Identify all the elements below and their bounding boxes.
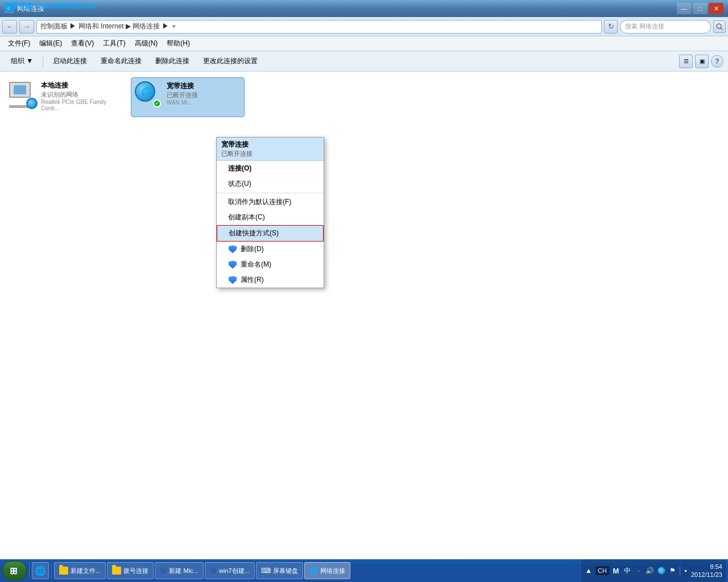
tray-dot[interactable]: · [634, 566, 643, 575]
svg-line-1 [721, 28, 722, 30]
window-icon [5, 4, 14, 13]
title-bar: 网络连接 — □ ✕ [0, 0, 728, 17]
menu-advanced[interactable]: 高级(N) [130, 37, 163, 50]
taskbar-sep-1 [29, 563, 30, 579]
context-menu-create-copy[interactable]: 创建副本(C) [217, 210, 324, 225]
address-box[interactable]: 控制面板 ▶ 网络和 Internet ▶ 网络连接 ▶ ▼ [36, 20, 602, 34]
broadband-connection-info: 宽带连接 已断开连接 WAN Mi... [167, 81, 241, 106]
folder-icon-2 [112, 567, 121, 575]
tray-ime-zh[interactable]: 中 [623, 566, 632, 575]
properties-label: 属性(R) [241, 275, 264, 285]
taskbar-label-network: 网络连接 [320, 567, 345, 575]
local-connection-status: 未识别的网络 [41, 90, 116, 99]
connect-label: 连接(O) [228, 164, 251, 173]
maximize-button[interactable]: □ [693, 3, 708, 14]
taskbar-label-dialup: 拨号连接 [123, 567, 148, 575]
broadband-connection-icon: 🌐 ✓ [135, 81, 162, 109]
delete-button[interactable]: 删除此连接 [149, 53, 196, 69]
address-chevron-icon: ▼ [171, 23, 177, 30]
tray-action-center[interactable]: ⚑ [668, 566, 677, 575]
view-options-button[interactable]: ☰ [679, 55, 693, 68]
context-menu-properties[interactable]: 属性(R) [217, 272, 324, 288]
context-menu-connect[interactable]: 连接(O) [217, 161, 324, 176]
folder-icon-1 [59, 567, 68, 575]
context-menu-create-shortcut[interactable]: 创建快捷方式(S) [217, 225, 324, 242]
taskbar: ⊞ 🌐 新建文件... 拨号连接 W 新建 Mic... W win7创建...… [0, 559, 728, 582]
help-button[interactable]: ? [711, 55, 723, 68]
taskbar-item-new-file[interactable]: 新建文件... [54, 562, 106, 579]
svg-point-0 [717, 24, 721, 28]
menu-file[interactable]: 文件(F) [3, 37, 35, 50]
broadband-connection-item[interactable]: 🌐 ✓ 宽带连接 已断开连接 WAN Mi... [131, 77, 245, 117]
tray-volume[interactable]: 🔊 [646, 566, 655, 575]
delete-label: 删除(D) [241, 244, 264, 254]
menu-edit[interactable]: 编辑(E) [35, 37, 67, 50]
taskbar-item-osk[interactable]: ⌨ 屏幕键盘 [256, 562, 303, 579]
back-button[interactable]: ← [2, 20, 17, 34]
change-settings-button[interactable]: 更改此连接的设置 [197, 53, 264, 69]
taskbar-item-network[interactable]: 🌐 网络连接 [304, 562, 350, 579]
context-menu-subtitle: 已断开连接 [221, 149, 319, 158]
broadband-connection-status: 已断开连接 [167, 91, 241, 99]
tray-up-arrow[interactable]: ▲ [584, 566, 593, 575]
taskbar-ie-icon[interactable]: 🌐 [32, 562, 49, 579]
menu-tools[interactable]: 工具(T) [98, 37, 130, 50]
taskbar-item-word1[interactable]: W 新建 Mic... [155, 562, 204, 579]
taskbar-label-word1: 新建 Mic... [169, 567, 198, 575]
rename-button[interactable]: 重命名此连接 [94, 53, 148, 69]
properties-shield-icon [228, 276, 237, 285]
minimize-button[interactable]: — [677, 3, 692, 14]
window-title: 网络连接 [17, 4, 44, 14]
context-menu-rename[interactable]: 重命名(M) [217, 257, 324, 272]
view-toggle-button[interactable]: ▣ [695, 55, 709, 68]
menu-help[interactable]: 帮助(H) [162, 37, 195, 50]
start-connection-button[interactable]: 启动此连接 [47, 53, 93, 69]
forward-button[interactable]: → [19, 20, 34, 34]
system-tray: ▲ CH M 中 · 🔊 ⚑ ▪ 8:54 2012/11/23 [580, 559, 726, 582]
rename-label: 重命名(M) [241, 260, 271, 269]
local-connection-name: 本地连接 [41, 81, 116, 90]
close-button[interactable]: ✕ [709, 3, 723, 14]
tray-network-status[interactable] [657, 566, 666, 575]
context-menu-title: 宽带连接 [221, 140, 319, 149]
search-box[interactable]: 搜索 网络连接 [620, 20, 711, 34]
tray-ime-m[interactable]: M [611, 566, 621, 575]
context-menu-delete[interactable]: 删除(D) [217, 242, 324, 257]
status-label: 状态(U) [228, 179, 251, 189]
main-content: 本地连接 未识别的网络 Realtek PCIe GBE Family Cont… [0, 72, 728, 559]
taskbar-item-dialup[interactable]: 拨号连接 [107, 562, 154, 579]
context-menu-unset-default[interactable]: 取消作为默认连接(F) [217, 194, 324, 210]
organize-button[interactable]: 组织 ▼ [5, 53, 39, 69]
menu-view[interactable]: 查看(V) [67, 37, 98, 50]
tray-clock[interactable]: 8:54 2012/11/23 [691, 563, 722, 579]
toolbar-right: ☰ ▣ ? [679, 55, 723, 68]
title-bar-left: 网络连接 [5, 4, 44, 14]
context-menu-status[interactable]: 状态(U) [217, 176, 324, 192]
rename-shield-icon [228, 260, 237, 269]
taskbar-item-word2[interactable]: W win7创建... [205, 562, 255, 579]
search-placeholder: 搜索 网络连接 [625, 22, 664, 31]
toolbar-separator-1 [43, 56, 43, 67]
title-bar-controls: — □ ✕ [677, 3, 723, 14]
tray-time-value: 8:54 [710, 563, 722, 571]
taskbar-sep-2 [51, 563, 52, 579]
tray-show-desktop[interactable]: ▪ [680, 566, 689, 575]
broadband-connection-adapter: WAN Mi... [167, 99, 241, 106]
network-icon: 🌐 [309, 567, 318, 575]
search-icon [716, 23, 723, 30]
local-connection-item[interactable]: 本地连接 未识别的网络 Realtek PCIe GBE Family Cont… [6, 77, 119, 117]
start-button[interactable]: ⊞ [2, 561, 27, 580]
taskbar-label-word2: win7创建... [219, 567, 250, 575]
keyboard-icon: ⌨ [261, 567, 271, 575]
taskbar-label-new-file: 新建文件... [71, 567, 101, 575]
refresh-button[interactable]: ↻ [604, 20, 618, 34]
toolbar: 组织 ▼ 启动此连接 重命名此连接 删除此连接 更改此连接的设置 ☰ ▣ ? [0, 51, 728, 72]
create-shortcut-label: 创建快捷方式(S) [229, 228, 279, 238]
word-icon-2: W [210, 567, 217, 575]
search-button[interactable] [713, 20, 726, 33]
address-bar: ← → 控制面板 ▶ 网络和 Internet ▶ 网络连接 ▶ ▼ ↻ 搜索 … [0, 17, 728, 36]
unset-default-label: 取消作为默认连接(F) [228, 197, 291, 207]
local-connection-adapter: Realtek PCIe GBE Family Contr... [41, 99, 116, 111]
address-path: 控制面板 ▶ 网络和 Internet ▶ 网络连接 ▶ [40, 22, 169, 31]
ime-ch[interactable]: CH [595, 566, 609, 575]
